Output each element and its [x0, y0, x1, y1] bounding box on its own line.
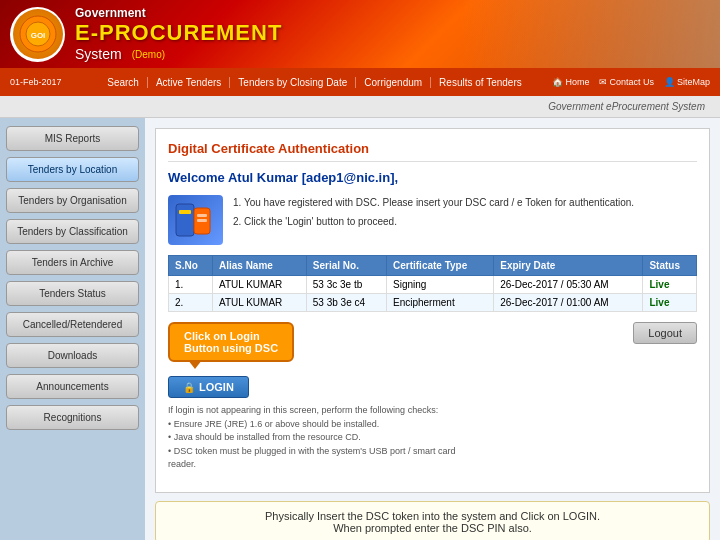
table-row: 2. ATUL KUMAR 53 3b 3e c4 Encipherment 2… [169, 294, 697, 312]
tooltip-bubble: Click on Login Button using DSC [168, 322, 294, 362]
welcome-text: Welcome Atul Kumar [adep1@nic.in], [168, 170, 697, 185]
cell-status-2: Live [643, 294, 697, 312]
cell-serial-2: 53 3b 3e c4 [306, 294, 386, 312]
cert-title: Digital Certificate Authentication [168, 141, 697, 162]
dsc-image [168, 195, 223, 245]
subheader-text: Government eProcurement System [548, 101, 705, 112]
cell-alias-2: ATUL KUMAR [212, 294, 306, 312]
sidebar-item-announcements[interactable]: Announcements [6, 374, 139, 399]
login-btn-wrapper: LOGIN [168, 376, 468, 398]
nav-closing-date[interactable]: Tenders by Closing Date [230, 77, 356, 88]
col-sno: S.No [169, 256, 213, 276]
cell-expiry-2: 26-Dec-2017 / 01:00 AM [494, 294, 643, 312]
svg-rect-6 [197, 214, 207, 217]
main-layout: MIS Reports Tenders by Location Tenders … [0, 118, 720, 540]
govt-logo: GOI [10, 7, 65, 62]
sidebar-item-tenders-status[interactable]: Tenders Status [6, 281, 139, 306]
header-title-group: Government E-PROCUREMENT System (Demo) [75, 6, 282, 62]
login-button[interactable]: LOGIN [168, 376, 249, 398]
cell-sno-2: 2. [169, 294, 213, 312]
col-serial: Serial No. [306, 256, 386, 276]
cell-serial-1: 53 3c 3e tb [306, 276, 386, 294]
demo-label: (Demo) [132, 49, 165, 60]
page-header: GOI Government E-PROCUREMENT System (Dem… [0, 0, 720, 68]
header-banner-image [460, 0, 720, 68]
col-status: Status [643, 256, 697, 276]
sidebar: MIS Reports Tenders by Location Tenders … [0, 118, 145, 540]
svg-rect-3 [176, 204, 194, 236]
sidebar-item-tenders-archive[interactable]: Tenders in Archive [6, 250, 139, 275]
cell-alias-1: ATUL KUMAR [212, 276, 306, 294]
cell-expiry-1: 26-Dec-2017 / 05:30 AM [494, 276, 643, 294]
login-issue-1: • Ensure JRE (JRE) 1.6 or above should b… [168, 418, 468, 432]
logout-btn-wrapper: Logout [633, 322, 697, 344]
logout-button[interactable]: Logout [633, 322, 697, 344]
cert-table: S.No Alias Name Serial No. Certificate T… [168, 255, 697, 312]
subheader-bar: Government eProcurement System [0, 96, 720, 118]
col-alias: Alias Name [212, 256, 306, 276]
sidebar-item-recognitions[interactable]: Recognitions [6, 405, 139, 430]
main-content: Digital Certificate Authentication Welco… [145, 118, 720, 540]
dsc-instruction-2: 2. Click the 'Login' button to proceed. [233, 214, 634, 230]
sidebar-item-cancelled[interactable]: Cancelled/Retendered [6, 312, 139, 337]
sidebar-item-tenders-location[interactable]: Tenders by Location [6, 157, 139, 182]
svg-rect-4 [179, 210, 191, 214]
dsc-instructions: 1. You have registered with DSC. Please … [233, 195, 634, 245]
cell-certtype-1: Signing [386, 276, 493, 294]
cell-sno-1: 1. [169, 276, 213, 294]
bottom-note-box: Physically Insert the DSC token into the… [155, 501, 710, 541]
tooltip-subtitle: Button using DSC [184, 342, 278, 354]
bottom-note-line1: Physically Insert the DSC token into the… [164, 510, 701, 522]
govt-label: Government [75, 6, 282, 20]
login-tooltip-container: Click on Login Button using DSC [168, 322, 468, 362]
login-left: Click on Login Button using DSC LOGIN If… [168, 322, 468, 472]
nav-home[interactable]: 🏠 Home [552, 77, 589, 87]
login-section: Click on Login Button using DSC LOGIN If… [168, 322, 697, 472]
tooltip-title: Click on Login [184, 330, 278, 342]
login-issues-header: If login is not appearing in this screen… [168, 404, 468, 418]
svg-text:GOI: GOI [30, 31, 45, 40]
login-issue-3: • DSC token must be plugged in with the … [168, 445, 468, 472]
dsc-instruction-1: 1. You have registered with DSC. Please … [233, 195, 634, 211]
cell-status-1: Live [643, 276, 697, 294]
nav-icons-group: 🏠 Home ✉ Contact Us 👤 SiteMap [552, 77, 710, 87]
eprocure-label: E-PROCUREMENT [75, 20, 282, 46]
nav-corrigendum[interactable]: Corrigendum [356, 77, 431, 88]
nav-date: 01-Feb-2017 [10, 77, 62, 87]
cell-certtype-2: Encipherment [386, 294, 493, 312]
sidebar-item-tenders-organisation[interactable]: Tenders by Organisation [6, 188, 139, 213]
login-issue-2: • Java should be installed from the reso… [168, 431, 468, 445]
dsc-section: 1. You have registered with DSC. Please … [168, 195, 697, 245]
svg-rect-7 [197, 219, 207, 222]
nav-sitemap[interactable]: 👤 SiteMap [664, 77, 710, 87]
sidebar-item-mis-reports[interactable]: MIS Reports [6, 126, 139, 151]
nav-links-group: Search Active Tenders Tenders by Closing… [79, 77, 551, 88]
table-header-row: S.No Alias Name Serial No. Certificate T… [169, 256, 697, 276]
sidebar-item-downloads[interactable]: Downloads [6, 343, 139, 368]
navigation-bar: 01-Feb-2017 Search Active Tenders Tender… [0, 68, 720, 96]
logo-emblem: GOI [13, 9, 63, 59]
col-cert-type: Certificate Type [386, 256, 493, 276]
cert-authentication-box: Digital Certificate Authentication Welco… [155, 128, 710, 493]
nav-active-tenders[interactable]: Active Tenders [148, 77, 230, 88]
nav-results[interactable]: Results of Tenders [431, 77, 530, 88]
nav-contact[interactable]: ✉ Contact Us [599, 77, 654, 87]
sidebar-item-tenders-classification[interactable]: Tenders by Classification [6, 219, 139, 244]
table-row: 1. ATUL KUMAR 53 3c 3e tb Signing 26-Dec… [169, 276, 697, 294]
system-label: System [75, 46, 122, 62]
login-issues: If login is not appearing in this screen… [168, 404, 468, 472]
bottom-note-line2: When prompted enter the DSC PIN also. [164, 522, 701, 534]
nav-search[interactable]: Search [99, 77, 148, 88]
col-expiry: Expiry Date [494, 256, 643, 276]
